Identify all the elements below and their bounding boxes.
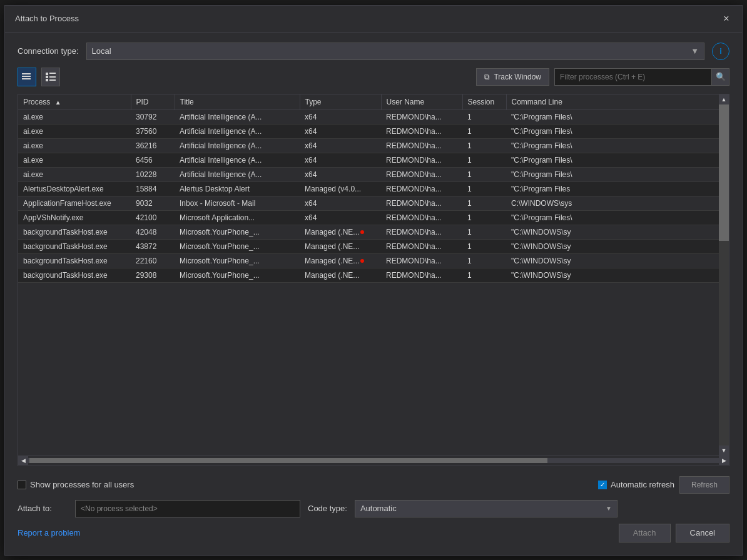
filter-search-button[interactable]: 🔍 bbox=[711, 69, 729, 85]
table-row[interactable]: backgroundTaskHost.exe43872Microsoft.You… bbox=[18, 239, 729, 253]
v-scroll-thumb[interactable] bbox=[719, 104, 729, 241]
col-header-username[interactable]: User Name bbox=[381, 94, 462, 110]
show-all-checkbox[interactable] bbox=[18, 481, 26, 489]
filter-input[interactable] bbox=[555, 73, 711, 81]
cell-user: REDMOND\ha... bbox=[381, 253, 462, 268]
svg-rect-3 bbox=[46, 73, 48, 75]
title-bar: Attach to Process × bbox=[5, 6, 742, 33]
cell-pid: 15884 bbox=[131, 181, 175, 196]
cell-session: 1 bbox=[462, 225, 506, 239]
cell-user: REDMOND\ha... bbox=[381, 124, 462, 138]
h-scroll-thumb[interactable] bbox=[29, 458, 547, 463]
code-type-label: Code type: bbox=[308, 504, 347, 513]
h-scroll-track[interactable] bbox=[28, 458, 719, 463]
cell-type: Managed (.NE... bbox=[300, 239, 381, 253]
cell-pid: 43872 bbox=[131, 239, 175, 253]
process-table-container: Process ▲ PID Title Type User Name Sessi… bbox=[18, 94, 729, 466]
scroll-left-arrow[interactable]: ◀ bbox=[18, 456, 28, 465]
cell-pid: 36216 bbox=[131, 138, 175, 153]
cell-pid: 29308 bbox=[131, 268, 175, 282]
table-row[interactable]: AlertusDesktopAlert.exe15884Alertus Desk… bbox=[18, 181, 729, 196]
list-view-button[interactable] bbox=[18, 68, 36, 86]
table-row[interactable]: AppVShNotify.exe42100Microsoft Applicati… bbox=[18, 210, 729, 225]
table-row[interactable]: ai.exe10228Artificial Intelligence (A...… bbox=[18, 167, 729, 181]
cell-title: Alertus Desktop Alert bbox=[175, 181, 300, 196]
table-row[interactable]: backgroundTaskHost.exe29308Microsoft.You… bbox=[18, 268, 729, 282]
scroll-down-arrow[interactable]: ▼ bbox=[719, 445, 729, 456]
connection-type-label: Connection type: bbox=[18, 46, 79, 56]
cell-type: Managed (.NE... bbox=[300, 268, 381, 282]
cell-pid: 22160 bbox=[131, 253, 175, 268]
code-type-dropdown[interactable]: Automatic ▼ bbox=[355, 500, 617, 517]
table-row[interactable]: backgroundTaskHost.exe42048Microsoft.You… bbox=[18, 225, 729, 239]
svg-rect-7 bbox=[46, 79, 48, 81]
table-scroll-area[interactable]: Process ▲ PID Title Type User Name Sessi… bbox=[18, 94, 729, 283]
cell-process: ai.exe bbox=[18, 109, 131, 124]
action-buttons: Attach Cancel bbox=[619, 524, 729, 542]
cell-session: 1 bbox=[462, 268, 506, 282]
table-row[interactable]: ai.exe6456Artificial Intelligence (A...x… bbox=[18, 153, 729, 167]
report-row: Report a problem Attach Cancel bbox=[18, 524, 729, 545]
table-row[interactable]: ai.exe30792Artificial Intelligence (A...… bbox=[18, 109, 729, 124]
svg-rect-6 bbox=[49, 76, 56, 78]
cell-pid: 30792 bbox=[131, 109, 175, 124]
cell-type: Managed (.NE... bbox=[300, 253, 381, 268]
cell-cmdline: "C:\WINDOWS\sy bbox=[506, 253, 729, 268]
connection-type-value: Local bbox=[92, 46, 111, 56]
cell-session: 1 bbox=[462, 109, 506, 124]
show-all-left: Show processes for all users bbox=[18, 480, 134, 489]
auto-refresh-checkbox[interactable]: ✓ bbox=[598, 481, 607, 489]
vertical-scrollbar[interactable]: ▲ ▼ bbox=[719, 94, 729, 456]
cell-title: Artificial Intelligence (A... bbox=[175, 124, 300, 138]
cell-user: REDMOND\ha... bbox=[381, 153, 462, 167]
detail-view-button[interactable] bbox=[41, 68, 60, 86]
refresh-button[interactable]: Refresh bbox=[679, 476, 729, 494]
cell-session: 1 bbox=[462, 124, 506, 138]
cell-pid: 42048 bbox=[131, 225, 175, 239]
info-button[interactable]: i bbox=[712, 43, 729, 60]
show-all-checkbox-wrap: Show processes for all users bbox=[18, 480, 134, 489]
cell-process: ApplicationFrameHost.exe bbox=[18, 196, 131, 210]
cell-type: x64 bbox=[300, 210, 381, 225]
connection-type-dropdown[interactable]: Local ▼ bbox=[86, 43, 704, 60]
col-header-session[interactable]: Session bbox=[462, 94, 506, 110]
col-header-process[interactable]: Process ▲ bbox=[18, 94, 131, 110]
cell-process: ai.exe bbox=[18, 167, 131, 181]
cell-user: REDMOND\ha... bbox=[381, 225, 462, 239]
report-problem-link[interactable]: Report a problem bbox=[18, 528, 80, 537]
cell-type: Managed (.NE... bbox=[300, 225, 381, 239]
table-row[interactable]: ApplicationFrameHost.exe9032Inbox - Micr… bbox=[18, 196, 729, 210]
track-window-button[interactable]: ⧉ Track Window bbox=[476, 68, 549, 86]
cell-cmdline: "C:\Program Files\ bbox=[506, 124, 729, 138]
horizontal-scrollbar-row: ◀ ▶ bbox=[18, 456, 729, 466]
chevron-down-icon: ▼ bbox=[691, 46, 699, 56]
col-header-pid[interactable]: PID bbox=[131, 94, 175, 110]
cell-type: x64 bbox=[300, 196, 381, 210]
svg-rect-1 bbox=[22, 76, 31, 77]
v-scroll-track[interactable] bbox=[719, 104, 729, 445]
table-row[interactable]: ai.exe36216Artificial Intelligence (A...… bbox=[18, 138, 729, 153]
cell-cmdline: "C:\Program Files\ bbox=[506, 138, 729, 153]
col-header-title[interactable]: Title bbox=[175, 94, 300, 110]
bottom-section: Show processes for all users ✓ Automatic… bbox=[18, 474, 729, 545]
cell-session: 1 bbox=[462, 138, 506, 153]
cell-process: ai.exe bbox=[18, 124, 131, 138]
list-view-icon bbox=[22, 73, 32, 81]
connection-type-row: Connection type: Local ▼ i bbox=[18, 43, 729, 60]
cell-title: Microsoft.YourPhone_... bbox=[175, 253, 300, 268]
table-row[interactable]: backgroundTaskHost.exe22160Microsoft.You… bbox=[18, 253, 729, 268]
scroll-up-arrow[interactable]: ▲ bbox=[719, 94, 729, 104]
col-header-cmdline[interactable]: Command Line bbox=[506, 94, 729, 110]
scroll-right-arrow[interactable]: ▶ bbox=[719, 456, 729, 465]
cell-cmdline: "C:\WINDOWS\sy bbox=[506, 239, 729, 253]
attach-button[interactable]: Attach bbox=[619, 524, 671, 542]
table-row[interactable]: ai.exe37560Artificial Intelligence (A...… bbox=[18, 124, 729, 138]
col-header-type[interactable]: Type bbox=[300, 94, 381, 110]
cell-user: REDMOND\ha... bbox=[381, 181, 462, 196]
cell-type: x64 bbox=[300, 153, 381, 167]
cancel-button[interactable]: Cancel bbox=[676, 524, 729, 542]
code-type-value: Automatic bbox=[360, 504, 397, 513]
cell-process: backgroundTaskHost.exe bbox=[18, 268, 131, 282]
cell-title: Microsoft.YourPhone_... bbox=[175, 225, 300, 239]
close-button[interactable]: × bbox=[718, 11, 734, 27]
